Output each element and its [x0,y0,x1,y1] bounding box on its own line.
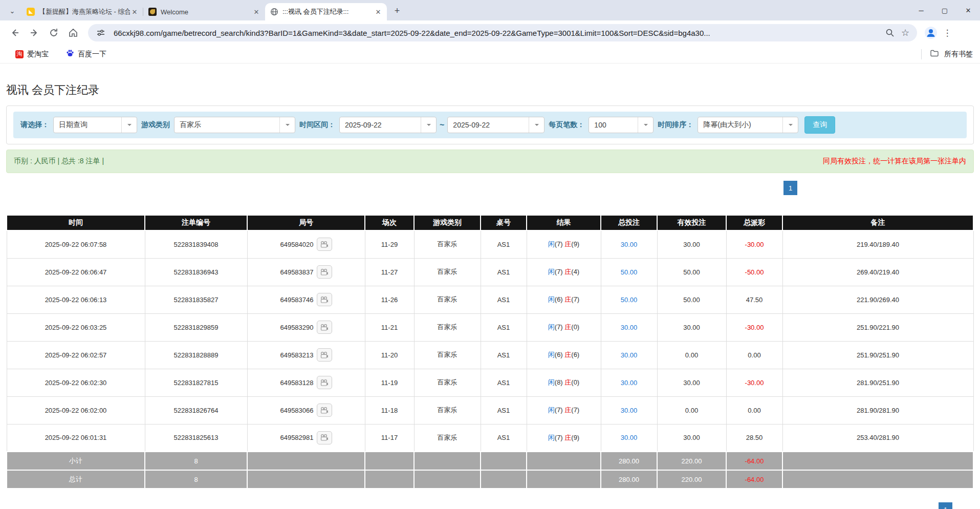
tab-search-icon[interactable]: ⌄ [5,4,19,18]
url-text[interactable]: 66cxkj98.com/game/betrecord_search/kind3… [114,29,882,37]
table-row: 2025-09-22 06:06:47522831836943649583837… [7,258,973,286]
cell-result: 闲(7) 庄(0) [527,313,601,341]
table-header-row: 时间 注单编号 局号 场次 游戏类别 桌号 结果 总投注 有效投注 总派彩 备注 [7,215,973,230]
cell-payout: -30.00 [726,369,782,396]
forum-favicon-icon [27,8,35,16]
forward-icon[interactable] [25,23,44,43]
chevron-down-icon[interactable] [421,117,436,133]
tab-bet-records[interactable]: :::视讯 会员下注纪录::: ✕ [265,3,387,20]
video-replay-icon[interactable] [317,265,332,279]
col-header-bet-id: 注单编号 [145,215,247,230]
tab-forum[interactable]: 【新提醒】海燕策略论坛 - 综合 ✕ [21,3,143,20]
cell-game-type: 百家乐 [414,369,481,396]
query-button[interactable]: 查询 [804,116,835,134]
cell-table-no: AS1 [481,230,527,258]
home-icon[interactable] [63,23,83,43]
cell-bet-id: 522831829859 [145,313,247,341]
page-1-button[interactable]: 1 [939,502,952,509]
cell-table-no: AS1 [481,286,527,313]
zoom-icon[interactable] [882,25,898,40]
reload-icon[interactable] [44,23,63,43]
banker-points: (7) [571,406,579,414]
cell-time: 2025-09-22 06:03:25 [7,313,145,341]
banker-points: (0) [571,378,579,386]
tab-close-icon[interactable]: ✕ [130,7,139,16]
cell-valid-bet: 50.00 [657,258,726,286]
round-id-text: 649583837 [280,268,313,276]
navigation-bar: 66cxkj98.com/game/betrecord_search/kind3… [0,20,980,45]
cell-game-type: 百家乐 [414,230,481,258]
sort-select[interactable]: 降幂(由大到小) [698,117,798,133]
video-replay-icon[interactable] [317,376,332,389]
chevron-down-icon[interactable] [529,117,544,133]
col-header-payout: 总派彩 [726,215,782,230]
cell-time: 2025-09-22 06:01:31 [7,424,145,452]
tab-close-icon[interactable]: ✕ [252,7,261,16]
tab-title: 【新提醒】海燕策略论坛 - 综合 [39,7,130,16]
cell-valid-bet: 0.00 [657,341,726,369]
range-separator: ~ [440,120,444,130]
banker-points: (9) [571,240,579,248]
minimize-button[interactable]: ─ [909,0,933,20]
chevron-down-icon[interactable] [279,117,295,133]
address-bar[interactable]: 66cxkj98.com/game/betrecord_search/kind3… [88,24,917,41]
new-tab-button[interactable]: + [390,4,404,18]
date-end-select[interactable]: 2025-09-22 [447,117,545,133]
video-replay-icon[interactable] [317,404,332,417]
banker-points: (0) [571,323,579,331]
player-result: 闲 [548,378,555,386]
date-range-label: 时间区间： [299,120,335,130]
browser-menu-icon[interactable]: ⋮ [940,24,955,41]
tab-title: :::视讯 会员下注纪录::: [282,7,374,16]
video-replay-icon[interactable] [317,238,332,251]
chevron-down-icon[interactable] [121,117,137,133]
cell-remark: 281.90/281.90 [782,396,973,424]
cell-time: 2025-09-22 06:02:30 [7,369,145,396]
query-type-select[interactable]: 日期查询 [53,117,137,133]
page-1-button[interactable]: 1 [783,181,797,195]
video-replay-icon[interactable] [317,431,332,444]
page-title: 视讯 会员下注纪录 [6,82,974,98]
game-type-select[interactable]: 百家乐 [174,117,295,133]
bookmark-star-icon[interactable]: ☆ [898,25,913,40]
cell-valid-bet: 30.00 [657,424,726,452]
per-page-select[interactable]: 100 [589,117,654,133]
cell-result: 闲(7) 庄(9) [527,424,601,452]
video-replay-icon[interactable] [317,293,332,306]
cell-table-no: AS1 [481,313,527,341]
video-replay-icon[interactable] [317,348,332,362]
select-type-label: 请选择： [20,120,49,130]
all-bookmarks[interactable]: 所有书签 [921,49,973,59]
back-icon[interactable] [5,23,25,43]
cell-payout: 28.50 [726,424,782,452]
close-window-button[interactable]: ✕ [956,0,980,20]
bookmark-baidu[interactable]: 百度一下 [66,49,106,59]
bookmark-taobao[interactable]: 淘 爱淘宝 [15,50,49,59]
col-header-remark: 备注 [782,215,973,230]
cell-session: 11-29 [365,230,414,258]
tab-welcome[interactable]: Welcome ✕ [143,3,265,20]
filter-panel: 请选择： 日期查询 游戏类别 百家乐 时间区间： 2025-09-22 ~ 20… [6,105,974,144]
total-label: 总计 [7,470,145,489]
table-row: 2025-09-22 06:02:00522831826764649583066… [7,396,973,424]
cell-session: 11-21 [365,313,414,341]
cell-remark: 253.40/281.90 [782,424,973,452]
subtotal-valid-bet: 220.00 [657,452,726,470]
date-start-select[interactable]: 2025-09-22 [339,117,437,133]
profile-avatar[interactable] [922,24,940,41]
site-settings-icon[interactable] [93,25,108,40]
chevron-down-icon[interactable] [782,117,798,133]
tab-close-icon[interactable]: ✕ [374,7,383,16]
cell-payout: 0.00 [726,341,782,369]
cell-result: 闲(7) 庄(7) [527,396,601,424]
table-row: 2025-09-22 06:01:31522831825613649582981… [7,424,973,452]
cell-time: 2025-09-22 06:06:47 [7,258,145,286]
table-row: 2025-09-22 06:06:13522831835827649583746… [7,286,973,313]
chevron-down-icon[interactable] [638,117,653,133]
banker-result: 庄 [564,351,571,358]
video-replay-icon[interactable] [317,321,332,334]
maximize-button[interactable]: ▢ [933,0,956,20]
banker-points: (9) [571,434,579,441]
cell-remark: 251.90/251.90 [782,341,973,369]
cell-result: 闲(7) 庄(4) [527,258,601,286]
